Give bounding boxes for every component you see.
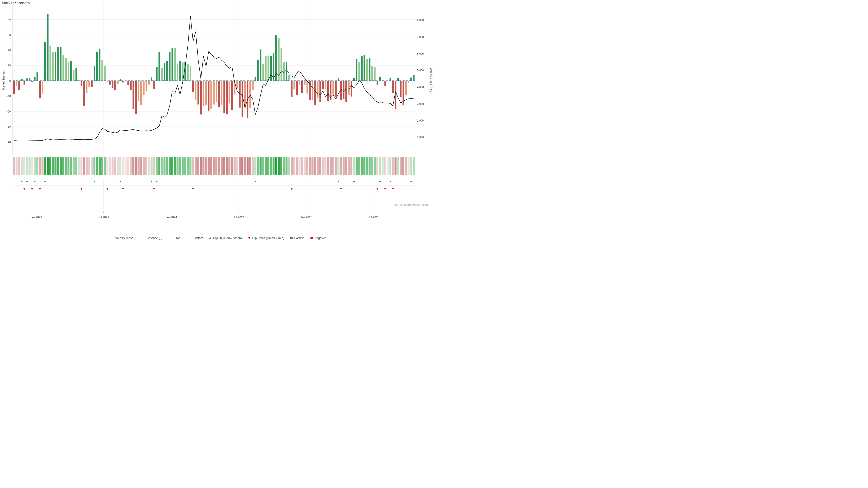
heatmap-cell [93, 157, 95, 175]
heatmap-cell [166, 157, 168, 175]
strength-bar [130, 81, 131, 90]
strength-bar [109, 81, 111, 85]
strength-bars [13, 14, 414, 119]
strength-bar [288, 74, 290, 80]
strength-bar [286, 62, 287, 81]
strength-bar [369, 58, 370, 81]
legend-item-dot-orange[interactable]: Bottom [186, 236, 203, 240]
strength-bar [384, 81, 386, 86]
legend-item-dot-purple[interactable]: Top [168, 236, 180, 240]
heatmap-cell [153, 157, 155, 175]
strength-bar [83, 81, 85, 106]
strength-bar [62, 55, 64, 80]
y-tick-label-right: 2,000 [417, 119, 424, 122]
y-tick-label-left: −40 [6, 140, 11, 144]
heatmap-cell [338, 157, 340, 175]
heatmap-cell [106, 157, 108, 175]
flip-down-marker [340, 188, 342, 190]
heatmap-cell [44, 157, 46, 175]
strength-bar [379, 77, 381, 81]
legend-item-dash[interactable]: Baseline (0) [139, 236, 162, 240]
flip-up-marker [156, 181, 158, 182]
heatmap-cell [197, 157, 199, 175]
legend: Weekly CloseBaseline (0)TopBottomFlip Up… [0, 236, 434, 240]
heatmap-cell [262, 157, 264, 175]
heatmap-cell [218, 157, 220, 175]
heatmap-cell [296, 157, 298, 175]
legend-item-line[interactable]: Weekly Close [108, 236, 133, 240]
heatmap-cell [101, 157, 103, 175]
strength-bar [237, 81, 238, 88]
heatmap-cell [389, 157, 391, 175]
strength-bar [96, 52, 98, 81]
strength-bar [216, 81, 217, 102]
flip-down-marker [31, 188, 33, 190]
legend-item-tri-down[interactable]: Flip Down (Green→Red) [248, 236, 284, 240]
strength-bar [268, 56, 269, 81]
heatmap-cell [171, 157, 174, 175]
strength-bar [13, 81, 15, 94]
tri-up-swatch-icon [209, 237, 212, 239]
heatmap-cell [369, 157, 371, 175]
heatmap-cell [145, 157, 147, 175]
legend-item-label: Baseline (0) [147, 236, 162, 240]
heatmap-cell [226, 157, 228, 175]
strength-bar [164, 63, 165, 81]
flip-up-marker [389, 181, 392, 182]
heatmap-cell [29, 157, 31, 175]
strength-bar [42, 81, 43, 94]
strength-bar [231, 81, 233, 110]
strength-bar [343, 81, 344, 99]
flip-up-marker [150, 181, 153, 182]
heatmap-cell [65, 157, 67, 175]
strength-bar [400, 81, 401, 97]
heatmap-cell [203, 157, 205, 175]
heatmap-cell [343, 157, 345, 175]
legend-item-label: Flip Up (Red→Green) [213, 236, 242, 240]
strength-bar [101, 60, 103, 80]
strength-bar [37, 72, 38, 80]
legend-item-label: Negative [314, 236, 326, 240]
heatmap-cell [57, 157, 59, 175]
strength-bar [158, 52, 160, 81]
strength-bar [333, 81, 334, 95]
heatmap-cell [23, 157, 25, 175]
heatmap-cell [213, 157, 215, 175]
heatmap-cell [98, 157, 101, 175]
strength-bar [75, 68, 77, 81]
legend-item-tri-up[interactable]: Flip Up (Red→Green) [209, 236, 242, 240]
legend-item-dot-neg[interactable]: Negative [310, 236, 326, 240]
heatmap-cell [125, 157, 127, 175]
heatmap-cell [177, 157, 179, 175]
heatmap-cell [332, 157, 334, 175]
strength-bar [366, 59, 368, 81]
flip-up-marker [33, 181, 36, 182]
strength-bar [299, 81, 300, 85]
strength-bar [390, 78, 391, 80]
heatmap-cell [192, 157, 194, 175]
strength-bar [127, 81, 129, 85]
heatmap-cell [228, 157, 230, 175]
heatmap-cell [34, 157, 36, 175]
heatmap-cell [280, 157, 282, 175]
strength-bar [350, 81, 352, 97]
flip-down-marker [376, 188, 379, 190]
heatmap-cell [283, 157, 285, 175]
heatmap-cell [402, 157, 404, 175]
strength-bar [18, 81, 20, 90]
flip-down-marker [80, 188, 83, 190]
strength-bar [345, 81, 347, 102]
heatmap-cell [156, 157, 158, 175]
legend-item-dot-pos[interactable]: Positive [290, 236, 305, 240]
strength-bar [312, 81, 313, 100]
flip-down-marker [153, 188, 155, 190]
heatmap-cell [278, 157, 280, 175]
heatmap-cell [163, 157, 165, 175]
strength-bar [179, 61, 181, 80]
strength-bar [260, 50, 261, 81]
strength-bar [187, 64, 189, 81]
heatmap-cell [319, 157, 321, 175]
strength-bar [26, 78, 28, 80]
heatmap-cell [151, 157, 153, 175]
heatmap-cell [148, 157, 150, 175]
